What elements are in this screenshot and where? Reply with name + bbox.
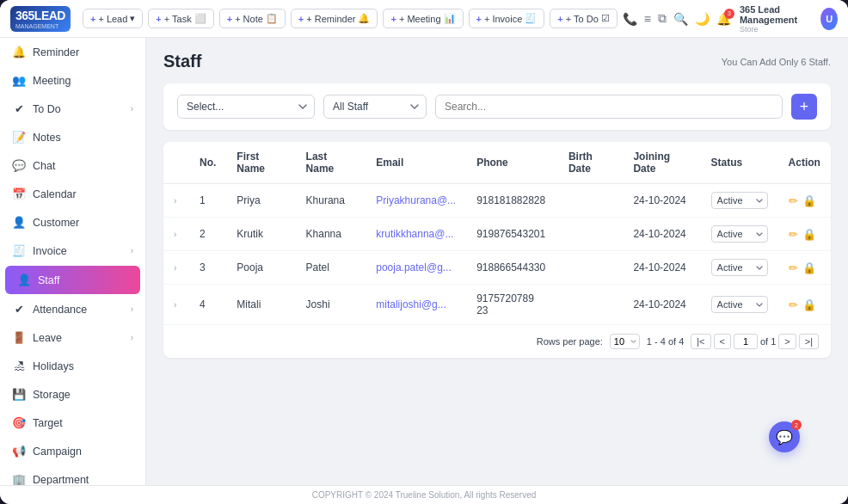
- cell-last-name: Joshi: [296, 285, 366, 325]
- cell-action: ✏ 🔒: [778, 184, 831, 218]
- edit-button[interactable]: ✏: [789, 194, 798, 207]
- cell-first-name: Krutik: [226, 218, 295, 251]
- invoice-button[interactable]: + + Invoice 🧾: [469, 9, 545, 28]
- list-icon[interactable]: ≡: [644, 12, 651, 26]
- sidebar-item-staff[interactable]: 👤 Staff: [5, 266, 140, 294]
- rows-per-page-select[interactable]: 10 25 50: [610, 334, 640, 349]
- edit-button[interactable]: ✏: [789, 228, 798, 241]
- lock-button[interactable]: 🔒: [802, 194, 816, 207]
- todo-button[interactable]: + + To Do ☑: [550, 9, 617, 28]
- col-no: No.: [189, 142, 226, 184]
- page-input[interactable]: [734, 334, 758, 349]
- phone-icon[interactable]: 📞: [623, 12, 637, 26]
- sidebar-item-department[interactable]: 🏢 Department: [0, 465, 145, 485]
- status-select[interactable]: Active Inactive: [711, 259, 768, 276]
- cell-joining-date: 24-10-2024: [623, 251, 700, 285]
- expand-button[interactable]: ›: [174, 263, 176, 273]
- select-filter[interactable]: Select...: [177, 95, 315, 119]
- last-page-button[interactable]: >|: [799, 334, 819, 349]
- cell-last-name: Khurana: [296, 184, 366, 218]
- lead-button[interactable]: + + Lead ▾: [83, 9, 143, 28]
- sidebar-item-invoice[interactable]: 🧾 Invoice ›: [0, 237, 145, 265]
- avatar[interactable]: U: [820, 8, 838, 30]
- cell-first-name: Priya: [226, 184, 295, 218]
- chat-badge: 2: [791, 420, 802, 430]
- first-page-button[interactable]: |<: [691, 334, 710, 349]
- sidebar: 🔔 Reminder 👥 Meeting ✔ To Do › 📝 Notes 💬…: [0, 38, 146, 485]
- sidebar-item-storage[interactable]: 💾 Storage: [0, 380, 145, 409]
- search-icon[interactable]: 🔍: [673, 12, 688, 26]
- email-link[interactable]: pooja.patel@g...: [376, 261, 452, 274]
- of-label: of: [760, 336, 768, 347]
- sidebar-item-meeting[interactable]: 👥 Meeting: [0, 66, 145, 95]
- status-select[interactable]: Active Inactive: [711, 296, 768, 313]
- status-select[interactable]: Active Inactive: [711, 192, 768, 209]
- status-select[interactable]: Active Inactive: [711, 225, 768, 243]
- sidebar-item-reminder[interactable]: 🔔 Reminder: [0, 38, 145, 66]
- moon-icon[interactable]: 🌙: [695, 12, 710, 26]
- cell-joining-date: 24-10-2024: [623, 184, 700, 218]
- arrow-icon: ›: [131, 104, 133, 114]
- cell-no: 1: [189, 184, 226, 218]
- rows-per-page-label: Rows per page:: [537, 336, 603, 347]
- copy-icon[interactable]: ⧉: [658, 11, 667, 26]
- sidebar-item-todo[interactable]: ✔ To Do ›: [0, 95, 145, 123]
- cell-email: Priyakhurana@...: [366, 184, 466, 218]
- sidebar-item-calendar[interactable]: 📅 Calendar: [0, 180, 145, 208]
- meeting-button[interactable]: + + Meeting 📊: [383, 9, 463, 28]
- email-link[interactable]: krutikkhanna@...: [376, 228, 453, 240]
- staff-filter[interactable]: All Staff: [323, 95, 427, 119]
- sidebar-item-campaign[interactable]: 📢 Campaign: [0, 437, 145, 465]
- cell-birth-date: [558, 184, 624, 218]
- department-icon: 🏢: [12, 473, 26, 485]
- note-button[interactable]: + + Note 📋: [219, 9, 286, 28]
- bell-icon[interactable]: 🔔 3: [716, 12, 731, 26]
- leave-icon: 🚪: [12, 331, 26, 344]
- cell-action: ✏ 🔒: [778, 285, 831, 325]
- sidebar-item-chat[interactable]: 💬 Chat: [0, 151, 145, 180]
- todo-icon: ✔: [12, 102, 26, 115]
- cell-status: Active Inactive: [701, 251, 778, 285]
- col-last-name: Last Name: [296, 142, 366, 184]
- cell-status: Active Inactive: [701, 218, 778, 251]
- task-button[interactable]: + + Task ⬜: [148, 9, 213, 28]
- topbar-icons: 📞 ≡ ⧉ 🔍 🌙 🔔 3: [623, 11, 731, 26]
- sidebar-item-attendance[interactable]: ✔ Attendance ›: [0, 295, 145, 323]
- lock-button[interactable]: 🔒: [802, 298, 816, 311]
- col-birth-date: Birth Date: [558, 142, 624, 184]
- col-status: Status: [701, 142, 778, 184]
- sidebar-item-notes[interactable]: 📝 Notes: [0, 123, 145, 151]
- lock-button[interactable]: 🔒: [802, 261, 816, 274]
- logo-sub: MANAGEMENT: [15, 23, 65, 29]
- next-page-button[interactable]: >: [778, 334, 796, 349]
- edit-button[interactable]: ✏: [789, 261, 798, 274]
- notification-badge: 3: [724, 9, 734, 19]
- chat-bubble-button[interactable]: 💬 2: [769, 421, 800, 452]
- email-link[interactable]: mitalijoshi@g...: [376, 298, 446, 310]
- logo: 365LEAD MANAGEMENT: [10, 6, 71, 32]
- cell-birth-date: [558, 218, 624, 251]
- cell-joining-date: 24-10-2024: [623, 285, 700, 325]
- cell-action: ✏ 🔒: [778, 218, 831, 251]
- sidebar-item-leave[interactable]: 🚪 Leave ›: [0, 323, 145, 352]
- expand-button[interactable]: ›: [174, 196, 176, 206]
- add-staff-button[interactable]: +: [791, 94, 817, 120]
- sidebar-item-target[interactable]: 🎯 Target: [0, 409, 145, 437]
- expand-button[interactable]: ›: [174, 300, 176, 310]
- footer: COPYRIGHT © 2024 Trueline Solution, All …: [0, 485, 848, 504]
- email-link[interactable]: Priyakhurana@...: [376, 194, 456, 206]
- edit-button[interactable]: ✏: [789, 298, 798, 311]
- search-input[interactable]: [435, 95, 783, 119]
- user-name: 365 Lead Management: [740, 4, 815, 25]
- prev-page-button[interactable]: <: [714, 334, 731, 349]
- arrow-icon: ›: [131, 333, 133, 342]
- lock-button[interactable]: 🔒: [802, 228, 816, 241]
- expand-button[interactable]: ›: [174, 230, 176, 239]
- sidebar-item-customer[interactable]: 👤 Customer: [0, 208, 145, 237]
- cell-action: ✏ 🔒: [778, 251, 831, 285]
- cell-no: 2: [189, 218, 226, 251]
- pagination-bar: Rows per page: 10 25 50 1 - 4 of 4 |< < …: [163, 325, 831, 358]
- reminder-button[interactable]: + + Reminder 🔔: [291, 9, 378, 28]
- sidebar-item-holidays[interactable]: 🏖 Holidays: [0, 352, 145, 380]
- notes-icon: 📝: [12, 131, 26, 144]
